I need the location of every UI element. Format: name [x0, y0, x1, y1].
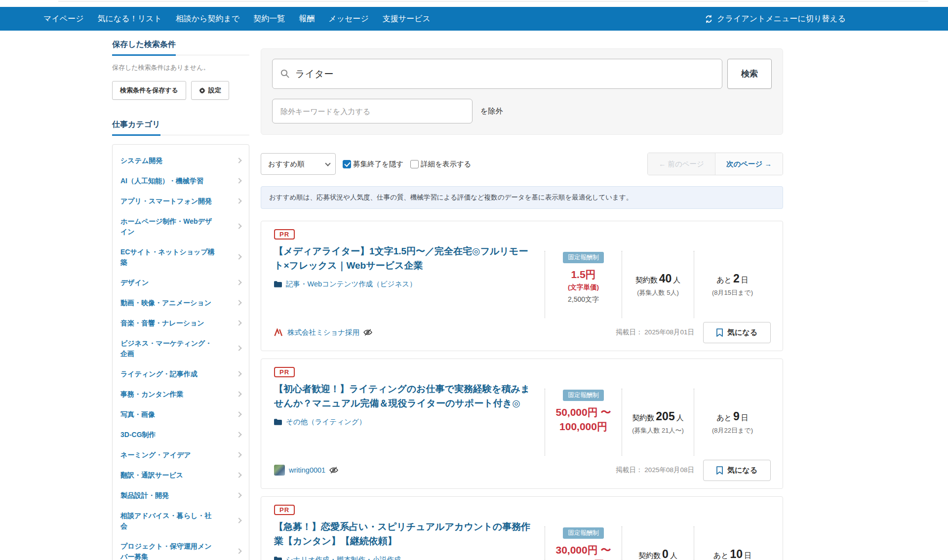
chevron-right-icon [236, 158, 241, 163]
nav-item[interactable]: マイページ [43, 14, 84, 24]
show-details-checkbox[interactable]: 詳細を表示する [410, 160, 472, 169]
job-title-link[interactable]: 【初心者歓迎！】ライティングのお仕事で実務経験を積みませんか？マニュアル完備＆現… [274, 382, 533, 411]
category-link[interactable]: ECサイト・ネットショップ構築 [113, 242, 249, 273]
category-label: デザイン [120, 278, 218, 288]
nav-item[interactable]: メッセージ [328, 14, 369, 24]
category-link[interactable]: 翻訳・通訳サービス [113, 465, 249, 485]
posted-date: 掲載日： 2025年08月01日 [616, 328, 694, 337]
exclude-keyword-input[interactable] [272, 99, 473, 123]
nav-item[interactable]: 支援サービス [383, 14, 431, 24]
job-category-link[interactable]: 記事・Webコンテンツ作成（ビジネス） [286, 280, 417, 289]
category-label: 3D-CG制作 [120, 430, 218, 440]
category-link[interactable]: 事務・カンタン作業 [113, 384, 249, 404]
hide-closed-checkbox[interactable]: 募集終了を隠す [343, 160, 403, 169]
price-column: 固定報酬制 1.5円 (文字単価) 2,500文字 [545, 251, 622, 318]
favorite-button[interactable]: 気になる [703, 460, 771, 481]
job-category-link[interactable]: シナリオ作成・脚本制作・小説作成 [286, 555, 401, 560]
job-category-title: 仕事カテゴリ [112, 120, 160, 136]
days-left: あと9日 [716, 410, 749, 423]
category-label: 相談アドバイス・暮らし・社会 [120, 511, 218, 531]
eye-off-icon[interactable] [363, 328, 372, 336]
switch-to-client-menu[interactable]: クライアントメニューに切り替える [705, 14, 846, 24]
days-left: あと10日 [713, 548, 751, 560]
category-link[interactable]: 写真・画像 [113, 404, 249, 425]
client-logo [274, 328, 283, 337]
job-category-link[interactable]: その他（ライティング） [286, 417, 366, 427]
nav-item[interactable]: 相談から契約まで [176, 14, 240, 24]
category-label: ECサイト・ネットショップ構築 [120, 247, 218, 268]
category-link[interactable]: 相談アドバイス・暮らし・社会 [113, 506, 249, 536]
category-link[interactable]: ネーミング・アイデア [113, 445, 249, 465]
category-link[interactable]: プロジェクト・保守運用メンバー募集 [113, 536, 249, 560]
category-link[interactable]: デザイン [113, 273, 249, 293]
prev-page-button[interactable]: ← 前のページ [648, 153, 715, 175]
save-search-label: 検索条件を保存する [120, 86, 178, 95]
client-link[interactable]: writing0001 [289, 466, 325, 474]
sidebar: 保存した検索条件 保存した検索条件はありません。 検索条件を保存する 設定 仕事… [112, 40, 249, 560]
saved-search-heading: 保存した検索条件 [112, 40, 249, 55]
client-avatar [274, 465, 285, 476]
save-search-button[interactable]: 検索条件を保存する [112, 81, 186, 100]
folder-icon [274, 557, 282, 560]
category-link[interactable]: アプリ・スマートフォン開発 [113, 191, 249, 211]
chevron-right-icon [236, 300, 241, 305]
category-link[interactable]: 音楽・音響・ナレーション [113, 313, 249, 333]
category-link[interactable]: ビジネス・マーケティング・企画 [113, 333, 249, 364]
deadline-column: あと9日 (8月22日まで) [694, 389, 771, 456]
job-card: PR 【メディアライター】1文字1.5円〜／完全在宅◎フルリモート×フレックス｜… [261, 221, 783, 351]
category-link[interactable]: ホームページ制作・Webデザイン [113, 211, 249, 242]
eye-off-icon[interactable] [329, 466, 338, 474]
favorite-button[interactable]: 気になる [703, 322, 771, 343]
category-link[interactable]: 製品設計・開発 [113, 485, 249, 506]
nav-item[interactable]: 契約一覧 [253, 14, 285, 24]
keyword-input[interactable] [272, 59, 722, 89]
chevron-right-icon [236, 492, 241, 498]
category-link[interactable]: AI（人工知能）・機械学習 [113, 171, 249, 191]
category-link[interactable]: システム開発 [113, 151, 249, 171]
category-label: ネーミング・アイデア [120, 450, 218, 460]
days-left: あと2日 [716, 272, 749, 285]
top-hairline [58, 1, 928, 1]
next-page-button[interactable]: 次のページ → [715, 153, 783, 175]
pr-badge: PR [274, 505, 295, 515]
job-title-link[interactable]: 【急募！】恋愛系占い・スピリチュアルアカウントの事務作業【カンタン】【継続依頼】 [274, 520, 533, 549]
chevron-right-icon [236, 345, 241, 351]
job-category-heading: 仕事カテゴリ [112, 120, 249, 135]
price-amount-min: 30,000円 〜 [555, 543, 611, 557]
gear-icon [199, 87, 205, 94]
search-button[interactable]: 検索 [727, 59, 772, 89]
contracts-count: 契約数0人 [638, 548, 677, 560]
pay-type-badge: 固定報酬制 [563, 252, 604, 263]
price-amount: 1.5円 [571, 267, 595, 281]
sort-select[interactable]: おすすめ順 [261, 153, 336, 175]
job-card: PR 【初心者歓迎！】ライティングのお仕事で実務経験を積みませんか？マニュアル完… [261, 359, 783, 489]
pay-type-badge: 固定報酬制 [563, 527, 604, 539]
saved-search-title: 保存した検索条件 [112, 40, 176, 56]
chevron-right-icon [236, 518, 241, 523]
category-link[interactable]: ライティング・記事作成 [113, 364, 249, 384]
exclude-suffix-label: を除外 [480, 107, 503, 116]
price-amount-max: 100,000円 [559, 419, 607, 434]
category-label: アプリ・スマートフォン開発 [120, 196, 218, 206]
job-title-link[interactable]: 【メディアライター】1文字1.5円〜／完全在宅◎フルリモート×フレックス｜Web… [274, 244, 533, 273]
refresh-icon [705, 15, 713, 23]
nav-item[interactable]: 報酬 [299, 14, 315, 24]
job-card: PR 【急募！】恋愛系占い・スピリチュアルアカウントの事務作業【カンタン】【継続… [261, 496, 783, 560]
top-navigation: マイページ気になる！リスト相談から契約まで契約一覧報酬メッセージ支援サービス ク… [0, 7, 948, 31]
chevron-right-icon [236, 548, 241, 554]
chevron-right-icon [236, 472, 241, 478]
category-link[interactable]: 動画・映像・アニメーション [113, 293, 249, 313]
recruit-count: (募集人数 21人〜) [632, 426, 684, 435]
client-link[interactable]: 株式会社ミショナ採用 [287, 328, 359, 337]
settings-button[interactable]: 設定 [191, 81, 229, 100]
saved-search-empty-text: 保存した検索条件はありません。 [112, 63, 249, 72]
contracts-count: 契約数205人 [632, 410, 683, 423]
category-link[interactable]: 3D-CG制作 [113, 425, 249, 445]
posted-date: 掲載日： 2025年08月08日 [616, 466, 694, 475]
result-controls: おすすめ順 募集終了を隠す 詳細を表示する ← 前のページ 次のページ → [261, 153, 783, 175]
pay-type-badge: 固定報酬制 [563, 390, 604, 401]
hide-closed-label: 募集終了を隠す [353, 160, 403, 169]
chevron-right-icon [236, 223, 241, 229]
category-label: ビジネス・マーケティング・企画 [120, 338, 218, 359]
nav-item[interactable]: 気になる！リスト [98, 14, 162, 24]
